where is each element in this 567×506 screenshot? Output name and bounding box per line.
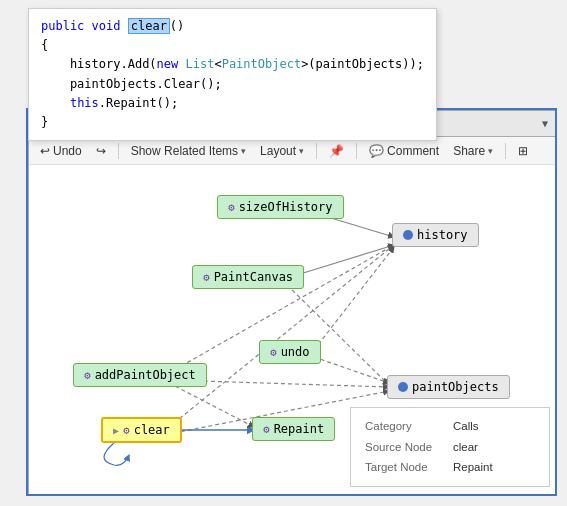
node-nav-icon: ▶ [113, 425, 119, 436]
node-label: addPaintObject [95, 368, 196, 382]
show-related-button[interactable]: Show Related Items ▾ [126, 142, 251, 160]
node-icon: ⚙ [263, 423, 270, 436]
node-clear[interactable]: ▶ ⚙ clear [101, 417, 182, 443]
undo-button[interactable]: ↩ Undo [35, 142, 87, 160]
svg-line-2 [287, 285, 389, 385]
info-target-label: Target Node [365, 457, 445, 478]
node-undo[interactable]: ⚙ undo [259, 340, 321, 364]
node-icon: ⚙ [84, 369, 91, 382]
node-paintObjects[interactable]: paintObjects [387, 375, 510, 399]
info-category-row: Category Calls [365, 416, 535, 437]
node-dot-icon [398, 382, 408, 392]
node-label: history [417, 228, 468, 242]
node-icon: ⚙ [228, 201, 235, 214]
svg-line-6 [314, 357, 389, 383]
canvas-area: ⚙ sizeOfHistory history ⚙ PaintCanvas ⚙ … [29, 165, 556, 495]
svg-line-5 [314, 247, 394, 350]
node-PaintCanvas[interactable]: ⚙ PaintCanvas [192, 265, 304, 289]
sep1 [118, 143, 119, 159]
info-box: Category Calls Source Node clear Target … [350, 407, 550, 487]
code-tooltip: public void clear() { history.Add(new Li… [28, 8, 437, 141]
info-target-row: Target Node Repaint [365, 457, 535, 478]
info-target-value: Repaint [453, 457, 493, 478]
sep3 [356, 143, 357, 159]
node-Repaint[interactable]: ⚙ Repaint [252, 417, 335, 441]
layout-label: Layout [260, 144, 296, 158]
comment-button[interactable]: 💬 Comment [364, 142, 444, 160]
node-label: PaintCanvas [214, 270, 293, 284]
pin-icon: 📌 [329, 144, 344, 158]
node-dot-icon [403, 230, 413, 240]
node-icon: ⚙ [270, 346, 277, 359]
node-label: sizeOfHistory [239, 200, 333, 214]
comment-icon: 💬 [369, 144, 384, 158]
codemap-panel: ⊕ CodeMap1.dgml* ✕ ▼ ↩ Undo ↪ Show Relat… [28, 110, 557, 496]
toolbar: ↩ Undo ↪ Show Related Items ▾ Layout ▾ 📌… [29, 137, 556, 165]
info-category-value: Calls [453, 416, 479, 437]
sep4 [505, 143, 506, 159]
comment-label: Comment [387, 144, 439, 158]
undo-label: Undo [53, 144, 82, 158]
info-source-label: Source Node [365, 437, 445, 458]
node-label: clear [134, 423, 170, 437]
layout-arrow-icon: ▾ [299, 146, 304, 156]
redo-icon: ↪ [96, 144, 106, 158]
node-history[interactable]: history [392, 223, 479, 247]
node-icon: ⚙ [123, 424, 130, 437]
node-label: undo [281, 345, 310, 359]
node-label: paintObjects [412, 380, 499, 394]
undo-icon: ↩ [40, 144, 50, 158]
node-label: Repaint [274, 422, 325, 436]
node-sizeOfHistory[interactable]: ⚙ sizeOfHistory [217, 195, 344, 219]
node-addPaintObject[interactable]: ⚙ addPaintObject [73, 363, 207, 387]
fit-icon: ⊞ [518, 144, 528, 158]
info-source-value: clear [453, 437, 478, 458]
share-label: Share [453, 144, 485, 158]
info-source-row: Source Node clear [365, 437, 535, 458]
share-button[interactable]: Share ▾ [448, 142, 498, 160]
node-icon: ⚙ [203, 271, 210, 284]
tab-dropdown-button[interactable]: ▼ [538, 118, 552, 129]
info-category-label: Category [365, 416, 445, 437]
sep2 [316, 143, 317, 159]
layout-button[interactable]: Layout ▾ [255, 142, 309, 160]
show-related-label: Show Related Items [131, 144, 238, 158]
share-arrow-icon: ▾ [488, 146, 493, 156]
pin-button[interactable]: 📌 [324, 142, 349, 160]
redo-button[interactable]: ↪ [91, 142, 111, 160]
fit-button[interactable]: ⊞ [513, 142, 533, 160]
show-related-arrow-icon: ▾ [241, 146, 246, 156]
